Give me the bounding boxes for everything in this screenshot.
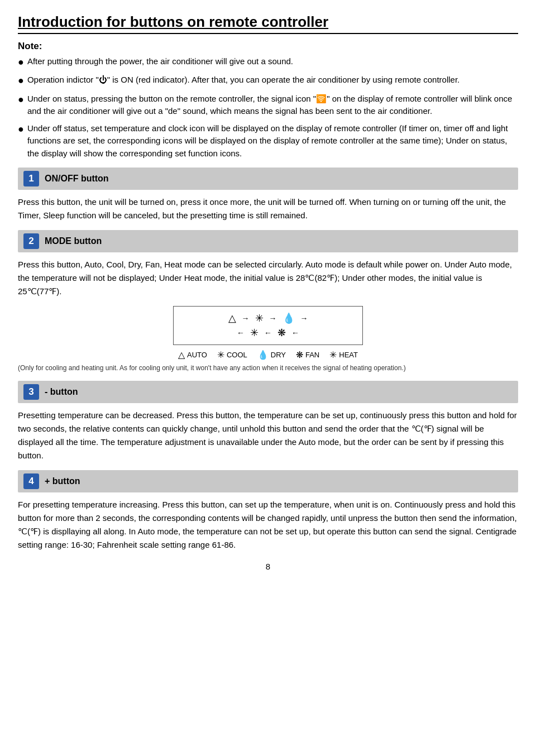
cool-label-text: COOL: [227, 351, 247, 359]
page-title: Introduction for buttons on remote contr…: [18, 13, 518, 34]
auto-icon: △: [228, 312, 236, 324]
bullet-dot-1: ●: [18, 55, 24, 69]
auto-label-text: AUTO: [187, 351, 207, 359]
bullet-text-1: After putting through the power, the air…: [27, 55, 518, 69]
heat-label: ✳ HEAT: [329, 350, 358, 360]
section-4-title: + button: [45, 476, 80, 486]
section-1-title: ON/OFF button: [45, 174, 109, 184]
mode-flow-box: △ → ✳ → 💧 → ← ✳ ← ❋ ←: [173, 306, 363, 345]
section-2-body: Press this button, Auto, Cool, Dry, Fan,…: [18, 258, 518, 298]
auto-mode-icon: △: [178, 350, 185, 360]
section-1-number: 1: [23, 171, 39, 186]
arrow-3: →: [300, 314, 308, 323]
fan-label: ❋ FAN: [296, 350, 319, 360]
heat-mode-icon: ✳: [329, 350, 337, 360]
section-2-header: 2 MODE button: [18, 230, 518, 252]
bullet-dot-2: ●: [18, 74, 24, 88]
cooling-note: (Only for cooling and heating unit. As f…: [18, 363, 518, 373]
mode-labels: △ AUTO ✳ COOL 💧 DRY ❋ FAN ✳ HEAT: [178, 350, 358, 360]
bullet-3: ● Under on status, pressing the button o…: [18, 93, 518, 118]
fan-icon-flow: ❋: [277, 327, 286, 339]
section-3-number: 3: [23, 384, 39, 400]
section-3-header: 3 - button: [18, 381, 518, 403]
bullet-text-2: Operation indictor "⏻" is ON (red indica…: [27, 74, 518, 88]
heat-icon-flow: ✳: [250, 327, 259, 339]
fan-label-text: FAN: [305, 351, 319, 359]
section-2-number: 2: [23, 233, 39, 249]
auto-label: △ AUTO: [178, 350, 207, 360]
page-number: 8: [18, 562, 518, 571]
bullet-2: ● Operation indictor "⏻" is ON (red indi…: [18, 74, 518, 88]
bullet-text-4: Under off status, set temperature and cl…: [27, 122, 518, 160]
fan-mode-icon: ❋: [296, 350, 303, 360]
note-title: Note:: [18, 41, 518, 52]
dry-icon: 💧: [283, 312, 295, 324]
arrow-2: →: [269, 314, 277, 323]
bullet-dot-4: ●: [18, 122, 24, 160]
section-2-title: MODE button: [45, 236, 102, 246]
section-3-body: Presetting temperature can be decreased.…: [18, 409, 518, 462]
arrow-back-3: ←: [291, 328, 299, 337]
cool-icon: ✳: [255, 312, 264, 324]
bullet-4: ● Under off status, set temperature and …: [18, 122, 518, 160]
mode-diagram: △ → ✳ → 💧 → ← ✳ ← ❋ ← △ AUTO ✳ COOL 💧 DR…: [18, 306, 518, 360]
section-3-title: - button: [45, 387, 78, 397]
section-4-number: 4: [23, 473, 39, 489]
dry-label-text: DRY: [271, 351, 286, 359]
section-1-body: Press this button, the unit will be turn…: [18, 195, 518, 222]
dry-label: 💧 DRY: [257, 350, 286, 360]
cool-mode-icon: ✳: [217, 350, 224, 360]
arrow-back-2: ←: [264, 328, 272, 337]
bullet-text-3: Under on status, pressing the button on …: [27, 93, 518, 118]
arrow-1: →: [242, 314, 250, 323]
bullet-dot-3: ●: [18, 93, 24, 118]
section-4-body: For presetting temperature increasing. P…: [18, 498, 518, 552]
heat-label-text: HEAT: [339, 351, 358, 359]
note-section: Note: ● After putting through the power,…: [18, 41, 518, 160]
section-4-header: 4 + button: [18, 470, 518, 492]
flow-row-bottom: ← ✳ ← ❋ ←: [237, 327, 299, 339]
bullet-1: ● After putting through the power, the a…: [18, 55, 518, 69]
cool-label: ✳ COOL: [217, 350, 247, 360]
arrow-back-1: ←: [237, 328, 245, 337]
section-1-header: 1 ON/OFF button: [18, 168, 518, 190]
dry-mode-icon: 💧: [257, 350, 269, 360]
flow-row-top: △ → ✳ → 💧 →: [228, 312, 308, 324]
